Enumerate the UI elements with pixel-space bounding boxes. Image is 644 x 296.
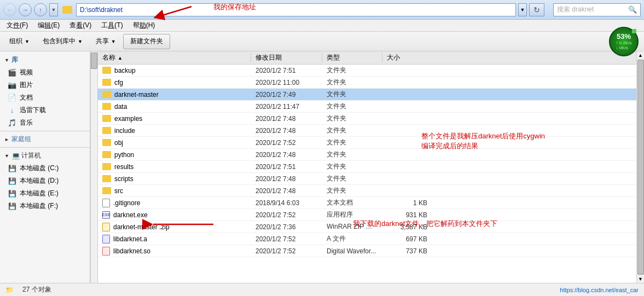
file-name-cell: results [98, 163, 251, 171]
table-row[interactable]: darknet-master 2020/1/2 7:49 文件夹 [98, 89, 636, 101]
table-row[interactable]: examples 2020/1/2 7:48 文件夹 [98, 113, 636, 125]
disk-e-icon: 💾 [8, 189, 16, 198]
col-date-label: 修改日期 [256, 54, 282, 61]
col-header-size[interactable]: 大小 [382, 53, 432, 62]
file-name-cell: libdarknet.so [98, 247, 251, 256]
sidebar-disk-d[interactable]: 💾 本地磁盘 (D:) [0, 175, 90, 187]
table-row[interactable]: scripts 2020/1/2 7:48 文件夹 [98, 173, 636, 185]
library-collapse-icon: ▼ [4, 57, 9, 63]
scroll-up-btn[interactable]: ▲ [637, 51, 644, 59]
table-row[interactable]: darknet-master .zip 2020/1/2 7:36 WinRAR… [98, 221, 636, 233]
sidebar-computer-header[interactable]: ▼ 💻 计算机 [0, 149, 90, 162]
file-name-text: python [114, 151, 134, 159]
sidebar-disk-f-label: 本地磁盘 (F:) [20, 201, 58, 211]
txt-icon [102, 199, 110, 207]
sidebar-divider-1 [0, 131, 90, 131]
menu-bar: 文件(F) 编辑(E) 查看(V) 工具(T) 帮助(H) [0, 20, 644, 32]
menu-help[interactable]: 帮助(H) [129, 20, 160, 31]
table-row[interactable]: .gitignore 2018/9/14 6:03 文本文档 1 KB [98, 197, 636, 209]
table-row[interactable]: python 2020/1/2 7:48 文件夹 [98, 149, 636, 161]
share-label: 共享 [96, 37, 109, 46]
table-row[interactable]: obj 2020/1/2 7:52 文件夹 [98, 137, 636, 149]
sidebar-item-music[interactable]: 🎵 音乐 [0, 117, 90, 129]
file-list-scroll-track[interactable]: ▲ ▼ [636, 51, 644, 283]
back-button[interactable]: ← [3, 3, 16, 16]
folder-icon [102, 139, 111, 146]
sidebar-disk-e[interactable]: 💾 本地磁盘 (E:) [0, 187, 90, 200]
col-type-label: 类型 [327, 54, 340, 61]
sidebar-item-download[interactable]: ↓ 迅雷下载 [0, 104, 90, 117]
file-date-cell: 2020/1/2 7:52 [251, 211, 322, 219]
nav-dropdown[interactable]: ▼ [49, 3, 58, 16]
sidebar-image-label: 图片 [20, 80, 33, 90]
sidebar-item-image[interactable]: 📷 图片 [0, 79, 90, 91]
file-date-cell: 2020/1/2 7:52 [251, 235, 322, 243]
image-icon: 📷 [8, 81, 16, 90]
sidebar-scroll-thumb[interactable] [91, 53, 97, 69]
menu-edit[interactable]: 编辑(E) [33, 20, 64, 31]
sidebar-disk-f[interactable]: 💾 本地磁盘 (F:) [0, 200, 90, 212]
address-chevron[interactable]: ▼ [518, 3, 527, 16]
file-name-cell: darknet-master [98, 91, 251, 98]
table-row[interactable]: libdarknet.a 2020/1/2 7:52 A 文件 697 KB [98, 233, 636, 245]
organize-button[interactable]: 组织 ▼ [3, 34, 36, 49]
folder-icon [102, 67, 111, 74]
zip-icon [102, 223, 110, 231]
share-button[interactable]: 共享 ▼ [90, 34, 122, 49]
menu-file[interactable]: 文件(F) [2, 20, 32, 31]
file-name-cell: include [98, 127, 251, 135]
search-bar[interactable]: 搜索 draknet 🔍 [553, 3, 641, 16]
sidebar-library-label: 库 [11, 55, 18, 65]
organize-chevron: ▼ [25, 39, 30, 44]
folder-icon [102, 103, 111, 110]
table-row[interactable]: cfg 2020/1/2 11:00 文件夹 [98, 77, 636, 89]
table-row[interactable]: libdarknet.so 2020/1/2 7:52 Digital Wave… [98, 245, 636, 257]
include-chevron: ▼ [78, 39, 83, 44]
sidebar-disk-d-label: 本地磁盘 (D:) [20, 176, 59, 185]
table-row[interactable]: results 2020/1/2 7:51 文件夹 [98, 161, 636, 173]
sidebar-item-document[interactable]: 📄 文档 [0, 91, 90, 104]
table-row[interactable]: data 2020/1/2 11:47 文件夹 [98, 101, 636, 113]
sidebar-disk-c[interactable]: 💾 本地磁盘 (C:) [0, 162, 90, 175]
scroll-down-btn[interactable]: ▼ [637, 275, 644, 283]
main-area: ▼ 库 🎬 视频 📷 图片 📄 文档 ↓ 迅雷下载 🎵 音乐 ► 家庭组 [0, 51, 644, 283]
file-date-cell: 2020/1/2 7:51 [251, 67, 322, 74]
forward-button[interactable]: → [19, 3, 32, 16]
table-row[interactable]: include 2020/1/2 7:48 文件夹 [98, 125, 636, 137]
search-icon: 🔍 [628, 5, 637, 14]
col-header-type[interactable]: 类型 [322, 53, 382, 62]
refresh-button[interactable]: ↻ [529, 3, 544, 16]
menu-tools[interactable]: 工具(T) [97, 20, 127, 31]
address-bar[interactable]: D:\soft\draknet [76, 3, 516, 16]
file-date-cell: 2020/1/2 7:52 [251, 247, 322, 255]
table-row[interactable]: src 2020/1/2 7:48 文件夹 [98, 185, 636, 197]
file-date-cell: 2020/1/2 7:52 [251, 139, 322, 147]
file-name-cell: libdarknet.a [98, 235, 251, 243]
sidebar-item-video[interactable]: 🎬 视频 [0, 66, 90, 79]
file-list-header: 名称 ▲ 修改日期 类型 大小 [98, 51, 636, 65]
menu-view[interactable]: 查看(V) [65, 20, 96, 31]
sidebar-scroll-track[interactable] [90, 51, 98, 283]
speed-circle: 53% ↑ 0.2K/s ↓ 0K/s [609, 27, 639, 56]
sidebar-homegroup-header[interactable]: ► 家庭组 [0, 133, 90, 146]
file-name-text: darknet-master [114, 91, 159, 98]
col-header-name[interactable]: 名称 ▲ [98, 53, 251, 62]
sidebar-library-header[interactable]: ▼ 库 [0, 54, 90, 66]
sidebar-download-label: 迅雷下载 [20, 106, 46, 115]
speed-widget: 53% ↑ 0.2K/s ↓ 0K/s [609, 27, 639, 56]
file-name-cell: .gitignore [98, 199, 251, 207]
include-library-button[interactable]: 包含到库中 ▼ [37, 34, 89, 49]
scroll-thumb[interactable] [637, 60, 644, 275]
table-row[interactable]: EXE darknet.exe 2020/1/2 7:52 应用程序 931 K… [98, 209, 636, 221]
table-row[interactable]: backup 2020/1/2 7:51 文件夹 [98, 65, 636, 77]
disk-d-icon: 💾 [8, 177, 16, 185]
new-folder-button[interactable]: 新建文件夹 [123, 34, 170, 49]
file-name-text: obj [114, 139, 123, 147]
col-header-date[interactable]: 修改日期 [251, 53, 322, 62]
file-name-cell: data [98, 103, 251, 111]
up-button[interactable]: ↑ [34, 3, 47, 16]
folder-icon [102, 151, 111, 158]
address-text: D:\soft\draknet [80, 6, 123, 14]
file-name-text: results [114, 163, 134, 171]
file-list-scroll[interactable]: backup 2020/1/2 7:51 文件夹 cfg 2020/1/2 11… [98, 65, 636, 283]
